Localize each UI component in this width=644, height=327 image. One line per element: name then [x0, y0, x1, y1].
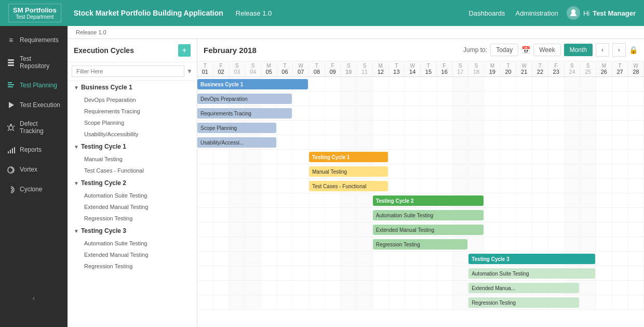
- sidebar-item-reports[interactable]: Reports: [0, 140, 68, 160]
- gantt-cell: [245, 135, 261, 149]
- group-name: Testing Cycle 2: [81, 179, 126, 187]
- gantt-cell: [373, 295, 389, 309]
- gantt-cell: [389, 91, 405, 106]
- gantt-cell: [501, 223, 517, 237]
- gantt-cell: [373, 223, 389, 237]
- week-button[interactable]: Week: [533, 44, 560, 56]
- gantt-cell: [197, 208, 213, 222]
- svg-rect-12: [14, 147, 15, 153]
- filter-input[interactable]: [72, 66, 184, 77]
- month-button[interactable]: Month: [564, 44, 593, 56]
- gantt-cell: [261, 295, 277, 309]
- svg-rect-6: [8, 86, 13, 87]
- add-cycle-button[interactable]: +: [178, 44, 191, 57]
- gantt-cell: [421, 91, 437, 106]
- vortex-icon: [6, 165, 16, 175]
- gantt-cell: [229, 266, 245, 280]
- gantt-cell: [293, 252, 309, 266]
- tree-group-header[interactable]: ▼Business Cycle 1: [68, 81, 197, 94]
- tree-item[interactable]: Extended Manual Testing: [68, 201, 197, 213]
- sidebar-item-defect-tracking[interactable]: Defect Tracking: [0, 115, 68, 140]
- gantt-cell: [437, 223, 453, 237]
- gantt-cell: [405, 266, 421, 280]
- logo-block[interactable]: SM Portfolios Test Department: [8, 4, 61, 22]
- gantt-cell: [277, 77, 293, 91]
- gantt-cell: [565, 150, 581, 164]
- tree-item[interactable]: Scope Planning: [68, 117, 197, 128]
- today-button[interactable]: Today: [490, 44, 518, 56]
- day-column: S18: [468, 61, 485, 76]
- gantt-cell: [213, 135, 230, 149]
- tree-group-header[interactable]: ▼Testing Cycle 1: [68, 140, 197, 153]
- tree-item[interactable]: Automation Suite Testing: [68, 190, 197, 201]
- dashboards-link[interactable]: Dashboards: [468, 9, 505, 17]
- gantt-cell: [405, 193, 421, 207]
- tree-item[interactable]: DevOps Preparation: [68, 94, 197, 106]
- gantt-cell: [580, 281, 596, 295]
- gantt-cell: [532, 121, 548, 135]
- gantt-cell: [437, 295, 453, 309]
- tree-item[interactable]: Test Cases - Functional: [68, 165, 197, 176]
- prev-month-button[interactable]: ‹: [596, 43, 609, 57]
- gantt-cell: [405, 223, 421, 237]
- gantt-cell: [213, 77, 230, 91]
- gantt-cell: [612, 252, 628, 266]
- gantt-cell: [453, 106, 469, 120]
- sidebar-item-test-planning[interactable]: Test Planning: [0, 75, 68, 95]
- gantt-cell: [421, 164, 437, 178]
- user-block: Hi Test Manager: [567, 6, 636, 20]
- sidebar-item-test-repository[interactable]: Test Repository: [0, 50, 68, 75]
- tree-item[interactable]: Extended Manual Testing: [68, 249, 197, 260]
- sidebar-item-cyclone[interactable]: Cyclone: [0, 180, 68, 200]
- gantt-cell: [197, 237, 213, 251]
- day-column: T15: [421, 61, 437, 76]
- tree-group-header[interactable]: ▼Testing Cycle 3: [68, 224, 197, 238]
- tree-item[interactable]: Manual Testing: [68, 153, 197, 165]
- gantt-cell: [628, 121, 644, 135]
- tree-item[interactable]: Usability/Accessibility: [68, 128, 197, 140]
- day-number: 27: [612, 69, 628, 75]
- administration-link[interactable]: Administration: [516, 9, 558, 17]
- gantt-cell: [405, 237, 421, 251]
- tree-group-header[interactable]: ▼Testing Cycle 2: [68, 176, 197, 190]
- sidebar-label-vortex: Vortex: [20, 166, 37, 173]
- gantt-cell: [325, 252, 341, 266]
- day-number: 14: [405, 69, 420, 75]
- sidebar-collapse-button[interactable]: ‹: [0, 290, 68, 306]
- sidebar-item-vortex[interactable]: Vortex: [0, 160, 68, 180]
- gantt-cell: [501, 179, 517, 193]
- gantt-cell: [373, 150, 389, 164]
- tree-item[interactable]: Automation Suite Testing: [68, 238, 197, 249]
- gantt-cell: [373, 179, 389, 193]
- gantt-cell: [405, 121, 421, 135]
- gantt-cell: [197, 223, 213, 237]
- day-column: S10: [341, 61, 357, 76]
- gantt-cell: [612, 91, 628, 106]
- gantt-cell: [565, 266, 581, 280]
- tree-item[interactable]: Regression Testing: [68, 260, 197, 272]
- gantt-cell: [213, 223, 230, 237]
- tree-group: ▼Business Cycle 1DevOps PreparationRequi…: [68, 81, 197, 140]
- day-letter: S: [468, 63, 484, 69]
- gantt-cell: [548, 295, 565, 309]
- tree-item[interactable]: Regression Testing: [68, 213, 197, 224]
- gantt-cell: [293, 223, 309, 237]
- tree-item[interactable]: Requirements Tracing: [68, 106, 197, 117]
- gantt-cell: [468, 91, 485, 106]
- gantt-cell: [197, 193, 213, 207]
- gantt-cell: [501, 121, 517, 135]
- gantt-cell: [628, 193, 644, 207]
- gantt-cell: [548, 91, 565, 106]
- sidebar-label-reports: Reports: [20, 146, 42, 153]
- gantt-controls: Jump to: Today 📅 Week Month ‹ › 🔒: [463, 43, 638, 57]
- day-letter: F: [548, 63, 564, 69]
- day-number: 28: [628, 69, 643, 75]
- next-month-button[interactable]: ›: [612, 43, 626, 57]
- day-column: W21: [516, 61, 532, 76]
- gantt-cell: [596, 150, 612, 164]
- sidebar-item-test-execution[interactable]: Test Execution: [0, 95, 68, 115]
- gantt-cell: [229, 179, 245, 193]
- sidebar-item-requirements[interactable]: ≡ Requirements: [0, 30, 68, 50]
- day-number: 23: [548, 69, 564, 75]
- gantt-cell: [468, 106, 485, 120]
